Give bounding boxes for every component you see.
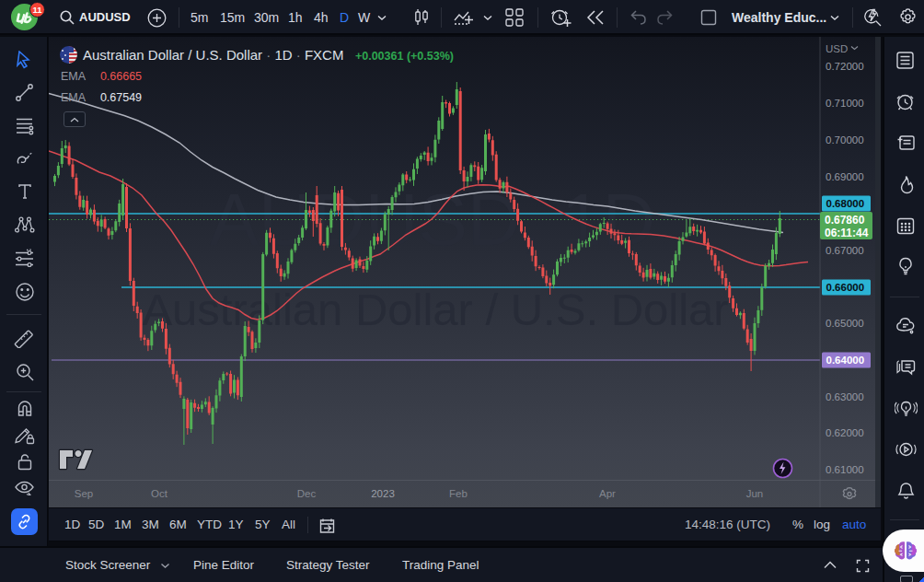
svg-text:06:11:44: 06:11:44 — [825, 227, 869, 239]
svg-text:Jun: Jun — [746, 488, 764, 499]
svg-text:Sep: Sep — [75, 488, 93, 499]
svg-text:2023: 2023 — [371, 488, 395, 499]
svg-text:0.62000: 0.62000 — [826, 427, 864, 438]
svg-text:0.65000: 0.65000 — [826, 318, 864, 329]
svg-text:0.64000: 0.64000 — [826, 355, 865, 366]
svg-text:0.67000: 0.67000 — [826, 245, 864, 256]
svg-text:Feb: Feb — [449, 488, 468, 499]
svg-text:0.72000: 0.72000 — [826, 61, 864, 72]
svg-text:0.71000: 0.71000 — [826, 98, 864, 109]
svg-text:0.67860: 0.67860 — [825, 214, 865, 227]
svg-text:USD: USD — [826, 43, 848, 54]
svg-text:0.68000: 0.68000 — [826, 198, 865, 209]
svg-text:0.66000: 0.66000 — [826, 282, 865, 293]
svg-text:0.61000: 0.61000 — [826, 464, 864, 475]
svg-text:0.63000: 0.63000 — [826, 391, 864, 402]
svg-text:0.69000: 0.69000 — [826, 171, 864, 182]
svg-text:Apr: Apr — [599, 488, 616, 499]
svg-text:Dec: Dec — [297, 488, 317, 499]
svg-text:0.70000: 0.70000 — [826, 134, 864, 146]
svg-text:Oct: Oct — [151, 488, 168, 499]
svg-text:Australian Dollar / U.S. Dolla: Australian Dollar / U.S. Dollar — [142, 285, 728, 334]
